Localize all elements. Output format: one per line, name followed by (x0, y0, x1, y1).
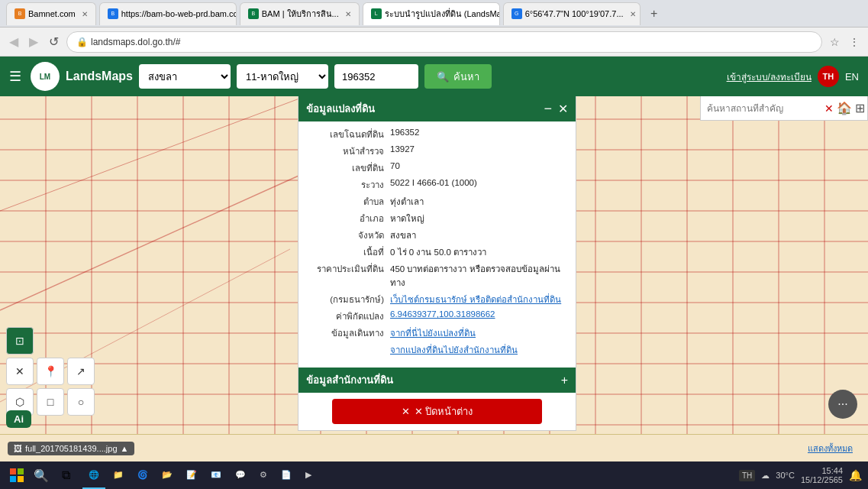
teams-icon: 💬 (235, 470, 246, 480)
info-row-price: ราคาประเมินที่ดิน 450 บาทต่อตารางวา หรือ… (306, 262, 568, 290)
label-price: ราคาประเมินที่ดิน (306, 262, 390, 290)
tab-bam-service[interactable]: B BAM | ให้บริการสิน... ✕ (240, 2, 360, 25)
panel-info-section: เลขโฉนดที่ดิน 196352 หน้าสำรวจ 13927 เลข… (298, 121, 576, 366)
hamburger-menu[interactable]: ☰ (9, 68, 21, 85)
taskbar-clock: 15:44 15/12/2565 (801, 466, 843, 484)
info-panel: ข้อมูลแปลงที่ดิน − ✕ เลขโฉนดที่ดิน 19635… (298, 96, 576, 431)
taskbar-outlook[interactable]: 📧 (205, 461, 227, 489)
tab-close-1[interactable]: ✕ (82, 10, 88, 18)
taskbar-files[interactable]: 📁 (107, 461, 130, 489)
file-label: full_201705181439....jpg (25, 444, 118, 453)
label-travel: ข้อมูลเดินทาง (306, 326, 390, 340)
taskbar-apps: 🌐 📁 🌀 📂 📝 📧 💬 ⚙ 📄 ▶ (82, 461, 736, 489)
layer-tool-button[interactable]: ⊡ (6, 327, 34, 355)
svg-rect-35 (10, 468, 16, 474)
task-view-icon[interactable]: ⧉ (55, 465, 76, 486)
close-btn-row: ✕ ✕ ปิดหน้าต่าง (298, 393, 576, 430)
media-icon: ▶ (305, 470, 311, 480)
rect-tool-button[interactable]: □ (37, 388, 64, 416)
pin-icon: 📍 (44, 365, 57, 377)
taskbar-teams[interactable]: 💬 (229, 461, 252, 489)
ai-label: Ai (14, 413, 24, 425)
panel-minimize[interactable]: − (544, 101, 552, 117)
new-tab-button[interactable]: + (644, 3, 665, 24)
notification-icon[interactable]: 🔔 (849, 469, 862, 481)
toolbar-row-1: ⊡ (6, 327, 95, 355)
left-toolbar: ⊡ ✕ 📍 ↗ ⬡ □ ○ (6, 327, 95, 416)
polygon-icon: ⬡ (15, 396, 24, 408)
tab-favicon-4: L (371, 8, 382, 19)
province-select[interactable]: สงขลา (139, 64, 231, 89)
explorer-icon: 📂 (162, 470, 173, 480)
sub-panel-title: ข้อมูลสำนักงานที่ดิน (306, 372, 393, 388)
home-icon[interactable]: 🏠 (837, 101, 852, 115)
right-search-input[interactable] (707, 103, 821, 114)
tab-bamnet[interactable]: B Bamnet.com ✕ (6, 2, 96, 25)
taskbar-settings[interactable]: ⚙ (253, 461, 273, 489)
circle-icon: ○ (78, 396, 84, 408)
circle-tool-button[interactable]: ○ (67, 388, 95, 416)
chat-fab-button[interactable]: ··· (828, 390, 857, 419)
tab-bam[interactable]: B https://bam-bo-web-prd.bam.cc ✕ (99, 2, 237, 25)
sub-panel-header: ข้อมูลสำนักงานที่ดิน + (298, 368, 576, 393)
pin-tool-button[interactable]: 📍 (37, 358, 64, 385)
close-panel-button[interactable]: ✕ ✕ ปิดหน้าต่าง (332, 399, 541, 424)
search-taskbar-icon[interactable]: 🔍 (31, 465, 52, 486)
label-travel2 (306, 343, 390, 357)
tab-close-3[interactable]: ✕ (345, 10, 351, 18)
toolbar-row-2: ✕ 📍 ↗ (6, 358, 95, 385)
label-coords: ค่าพิกัดแปลง (306, 309, 390, 323)
expand-button[interactable]: + (561, 374, 568, 387)
info-row-treasury: (กรมธนารักษ์) เว็บไซต์กรมธนารักษ์ หรือติ… (306, 293, 568, 306)
close-tool-button[interactable]: ✕ (6, 358, 34, 385)
value-price: 450 บาทต่อตารางวา หรือตรวจสอบข้อมูลผ่านท… (390, 262, 568, 290)
taskbar-chrome[interactable]: 🌐 (82, 461, 105, 489)
taskbar-media[interactable]: ▶ (299, 461, 318, 489)
info-row-amphoe: อำเภอ หาดใหญ่ (306, 212, 568, 225)
value-travel-link[interactable]: จากที่นี่ไปยังแปลงที่ดิน (390, 326, 568, 340)
lang-th-label: TH (823, 72, 834, 81)
right-search-close[interactable]: ✕ (824, 102, 834, 115)
right-icon-group: 🏠 ⊞ ≡ (837, 101, 868, 115)
value-travel2-link[interactable]: จากแปลงที่ดินไปยังสำนักงานที่ดิน (390, 343, 568, 357)
lang-en-label[interactable]: EN (845, 71, 859, 83)
ai-button[interactable]: Ai (6, 410, 31, 428)
value-treasury-link[interactable]: เว็บไซต์กรมธนารักษ์ หรือติดต่อสำนักงานที… (390, 293, 568, 306)
tab-google[interactable]: G 6°56'47.7"N 100°19'07.7... ✕ (503, 2, 641, 25)
lang-th-badge[interactable]: TH (818, 66, 839, 87)
value-coords[interactable]: 6.94639377,100.31898662 (390, 309, 568, 323)
tab-label-4: ระบบนำรูปแปลงที่ดิน (LandsMar... (385, 7, 500, 21)
tab-favicon-1: B (15, 8, 25, 19)
address-box[interactable]: 🔒 landsmaps.dol.go.th/# (66, 31, 822, 53)
star-icon[interactable]: ☆ (827, 34, 842, 50)
value-tambon: ทุ่งตำเลา (390, 195, 568, 209)
lock-icon: 🔒 (76, 37, 88, 47)
taskbar-acrobat[interactable]: 📄 (275, 461, 298, 489)
login-link[interactable]: เข้าสู่ระบบ/ลงทะเบียน (727, 70, 812, 84)
taskbar-word[interactable]: 📝 (180, 461, 203, 489)
taskbar-lang: TH (742, 471, 752, 480)
label-amphoe: อำเภอ (306, 212, 390, 225)
tab-label-5: 6°56'47.7"N 100°19'07.7... (525, 9, 624, 18)
search-icon: 🔍 (437, 71, 449, 83)
back-button[interactable]: ◀ (6, 33, 21, 50)
taskbar-edge[interactable]: 🌀 (131, 461, 154, 489)
grid-icon[interactable]: ⊞ (855, 101, 865, 115)
show-more-link[interactable]: แสดงทั้งหมด (808, 442, 853, 455)
start-button[interactable] (6, 465, 27, 486)
label-land-num: เลขที่ดิน (306, 161, 390, 175)
district-select[interactable]: 11-หาดใหญ่ (237, 64, 328, 89)
settings-icon[interactable]: ⋮ (847, 34, 862, 50)
search-input[interactable] (334, 64, 418, 89)
main-area: ข้อมูลแปลงที่ดิน − ✕ เลขโฉนดที่ดิน 19635… (0, 96, 868, 461)
forward-button[interactable]: ▶ (26, 33, 41, 50)
panel-close[interactable]: ✕ (558, 102, 568, 116)
reload-button[interactable]: ↺ (46, 33, 62, 50)
tab-close-5[interactable]: ✕ (630, 10, 636, 18)
tab-landsmaps[interactable]: L ระบบนำรูปแปลงที่ดิน (LandsMar... ✕ (363, 2, 500, 25)
taskbar-explorer[interactable]: 📂 (156, 461, 179, 489)
value-area: 0 ไร่ 0 งาน 50.0 ตารางวา (390, 245, 568, 259)
search-button[interactable]: 🔍 ค้นหา (424, 64, 492, 89)
measure-tool-button[interactable]: ↗ (67, 358, 95, 385)
file-badge[interactable]: 🖼 full_201705181439....jpg ▲ (8, 442, 134, 455)
